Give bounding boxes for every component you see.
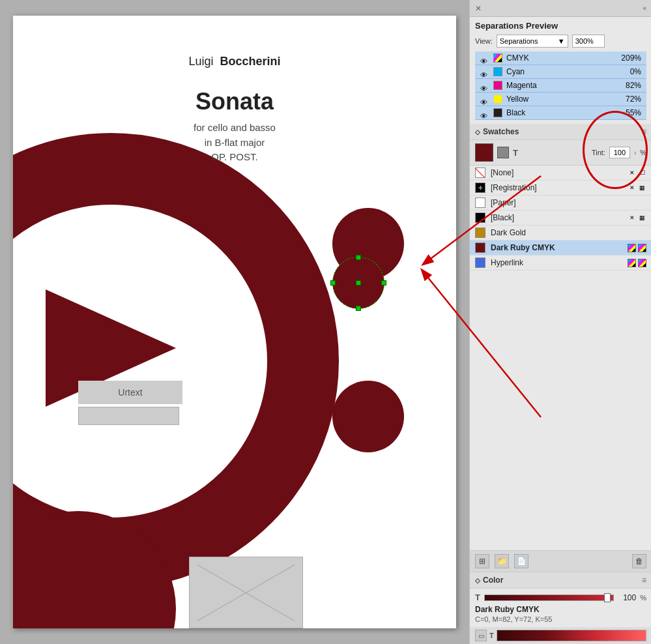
swatches-header: Swatches ≡ (470, 124, 651, 140)
swatch-darkruby-color (475, 242, 485, 253)
circle-right-lower (332, 381, 404, 452)
tint-pct-label: % (640, 149, 646, 156)
swatch-item-registration[interactable]: ✛ [Registration] ✕ ▦ (470, 181, 651, 196)
cmyk-icon3 (638, 259, 646, 267)
document-title: Sonata (137, 88, 332, 115)
swatches-menu-button[interactable]: ≡ (642, 127, 646, 136)
sep-pct-cmyk: 209% (615, 53, 641, 63)
sep-pct-black: 55% (615, 108, 641, 117)
swatch-darkgold-name: Dark Gold (491, 228, 641, 237)
canvas-area: Urtext Luigi Boccherini Sonata (0, 0, 469, 644)
color-title-text: Color (483, 576, 503, 585)
envelope-decoration (189, 557, 303, 628)
author-surname: Boccherini (220, 55, 281, 68)
handle-top[interactable] (356, 255, 361, 260)
panel-collapse-button[interactable]: « (643, 5, 646, 12)
swatch-item-darkgold[interactable]: Dark Gold (470, 226, 651, 241)
separations-view-dropdown[interactable]: Separations ▼ (497, 35, 568, 48)
swatch-darkruby-name: Dark Ruby CMYK (491, 243, 622, 252)
swatch-item-none[interactable]: [None] ✕ ☐ (470, 166, 651, 181)
color-t-icon: T (475, 593, 480, 602)
swatch-darkruby-icons (628, 244, 646, 252)
color-slider[interactable] (484, 593, 614, 602)
grid-icon4 (628, 259, 636, 267)
visibility-icon-magenta[interactable] (480, 82, 489, 89)
sep-row-black[interactable]: Black 55% (475, 106, 646, 120)
handle-left[interactable] (330, 280, 336, 285)
swatch-none-color (475, 168, 485, 178)
dropdown-arrow-icon: ▼ (558, 37, 565, 45)
handle-bottom[interactable] (356, 306, 361, 311)
gray-rect-label (78, 407, 179, 425)
subtitle-line1: for cello and basso (137, 121, 332, 136)
swatch-secondary-preview (497, 147, 509, 158)
color-menu-button[interactable]: ≡ (642, 576, 646, 585)
swatch-black-name: [Black] (491, 213, 622, 222)
swatch-hyperlink-color (475, 257, 485, 268)
sep-name-black: Black (506, 108, 611, 117)
subtitle-line3: OP. POST. (137, 150, 332, 165)
sep-pct-cyan: 0% (615, 67, 641, 76)
circle-selected[interactable] (332, 257, 384, 309)
visibility-icon-cyan[interactable] (480, 68, 489, 75)
sep-row-cmyk[interactable]: CMYK 209% (475, 51, 646, 65)
handle-center[interactable] (356, 280, 361, 285)
color-row: T 100 % (475, 593, 646, 602)
separations-preview-section: Separations Preview View: Separations ▼ … (470, 17, 651, 124)
sep-row-yellow[interactable]: Yellow 72% (475, 93, 646, 106)
color-text-icon: T (489, 632, 494, 639)
view-label: View: (475, 37, 493, 45)
document-page: Urtext Luigi Boccherini Sonata (13, 16, 456, 628)
zoom-field[interactable]: 300% (572, 35, 605, 48)
separations-preview-title: Separations Preview (475, 21, 646, 31)
swatch-item-hyperlink[interactable]: Hyperlink (470, 256, 651, 271)
swatch-none-name: [None] (491, 168, 622, 177)
box-icon: ☐ (638, 169, 646, 177)
new-swatch-button[interactable]: 📄 (514, 554, 528, 568)
view-value: Separations (500, 37, 538, 45)
swatch-black-icons: ✕ ▦ (628, 214, 646, 222)
new-group-button[interactable]: ⊞ (475, 554, 489, 568)
color-bottom-icons: ▭ T (475, 630, 494, 641)
tint-input[interactable]: 100 (609, 147, 630, 158)
swatch-item-paper[interactable]: [Paper] (470, 196, 651, 211)
swatches-title: Swatches (475, 127, 519, 136)
visibility-icon-black[interactable] (480, 110, 489, 116)
visibility-icon-yellow[interactable] (480, 96, 489, 102)
cyan-color-swatch (493, 67, 502, 76)
new-folder-button[interactable]: 📁 (495, 554, 509, 568)
swatch-registration-name: [Registration] (491, 183, 622, 192)
swatch-hyperlink-name: Hyperlink (491, 258, 622, 267)
envelope-x-pattern (190, 557, 302, 628)
color-slider-track (484, 594, 614, 601)
tint-label: Tint: (592, 149, 605, 156)
color-title: Color (475, 576, 503, 585)
swatch-hyperlink-icons (628, 259, 646, 267)
black-color-swatch (493, 108, 502, 117)
right-panel: ✕ « Separations Preview View: Separation… (469, 0, 651, 644)
sep-pct-magenta: 82% (615, 81, 641, 90)
sep-row-magenta[interactable]: Magenta 82% (475, 79, 646, 93)
document-author: Luigi Boccherini (137, 55, 332, 68)
urtext-label: Urtext (78, 381, 182, 404)
swatch-current-preview (475, 143, 493, 162)
swatch-paper-color (475, 198, 485, 208)
handle-right[interactable] (381, 280, 386, 285)
color-rect-icon[interactable]: ▭ (475, 630, 487, 641)
color-slider-thumb[interactable] (604, 593, 611, 602)
swatch-darkgold-color (475, 227, 485, 238)
sep-pct-yellow: 72% (615, 95, 641, 104)
swatch-item-black[interactable]: [Black] ✕ ▦ (470, 211, 651, 226)
sep-row-cyan[interactable]: Cyan 0% (475, 65, 646, 79)
zoom-value: 300% (575, 37, 594, 45)
panel-close-button[interactable]: ✕ (475, 4, 482, 13)
delete-swatch-button[interactable]: 🗑 (632, 554, 646, 568)
grid-icon2: ▦ (638, 214, 646, 222)
color-value: 100 (618, 593, 636, 602)
swatch-item-darkruby[interactable]: Dark Ruby CMYK (470, 241, 651, 256)
tint-arrow-icon[interactable]: › (634, 149, 636, 156)
color-formula: C=0, M=82, Y=72, K=55 (475, 615, 646, 623)
cmyk-icon2 (638, 244, 646, 252)
visibility-icon-cmyk[interactable] (480, 55, 489, 61)
swatch-registration-icons: ✕ ▦ (628, 184, 646, 192)
